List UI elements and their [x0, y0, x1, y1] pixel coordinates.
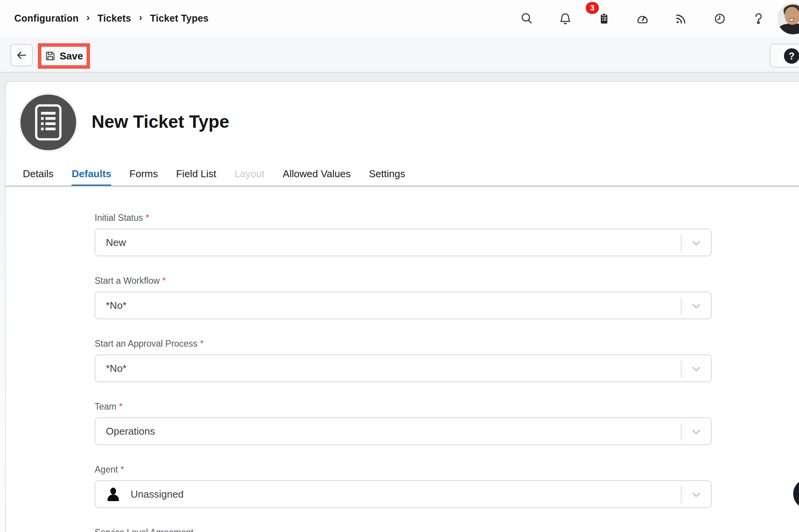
- field-start-approval-process: Start an Approval Process* *No*: [95, 338, 712, 382]
- breadcrumb-item-ticket-types[interactable]: Ticket Types: [150, 13, 209, 24]
- chevron-down-icon[interactable]: [690, 237, 702, 249]
- tab-layout: Layout: [235, 168, 265, 186]
- topbar-icon-row: [520, 0, 765, 37]
- gauge-icon[interactable]: [636, 12, 649, 25]
- breadcrumb-separator: ›: [139, 12, 142, 24]
- save-button[interactable]: Save: [41, 47, 87, 65]
- select-value: New: [106, 237, 126, 249]
- tab-defaults[interactable]: Defaults: [71, 168, 111, 186]
- tab-details[interactable]: Details: [23, 168, 53, 186]
- breadcrumb-separator: ›: [86, 12, 90, 24]
- top-bar: Configuration › Tickets › Ticket Types: [0, 0, 799, 37]
- team-select[interactable]: Operations: [95, 417, 712, 445]
- select-divider: [681, 424, 682, 441]
- select-value: Unassigned: [131, 488, 184, 500]
- required-marker: *: [162, 276, 166, 286]
- arrow-left-icon: [15, 49, 28, 61]
- required-marker: *: [121, 464, 124, 474]
- field-service-level-agreement: Service Level Agreement: [95, 527, 712, 532]
- tab-settings[interactable]: Settings: [369, 168, 405, 186]
- tab-divider: [6, 186, 799, 186]
- notification-count-badge: 3: [586, 2, 599, 14]
- tab-allowed-values[interactable]: Allowed Values: [283, 168, 351, 186]
- tab-forms[interactable]: Forms: [129, 168, 158, 186]
- user-avatar[interactable]: [777, 3, 799, 34]
- field-label: Initial Status*: [95, 212, 712, 224]
- field-label: Team*: [95, 401, 712, 412]
- ticket-type-card: New Ticket Type Details Defaults Forms F…: [5, 81, 799, 532]
- question-mark-icon: ?: [784, 48, 799, 64]
- breadcrumb-item-tickets[interactable]: Tickets: [97, 13, 131, 24]
- rss-feed-icon[interactable]: [675, 12, 688, 25]
- ticket-type-avatar: [19, 93, 78, 152]
- field-label: Service Level Agreement: [95, 527, 712, 532]
- chevron-down-icon[interactable]: [690, 300, 702, 312]
- field-label: Start a Workflow*: [95, 275, 712, 286]
- clock-icon[interactable]: [713, 12, 726, 25]
- start-approval-process-select[interactable]: *No*: [95, 354, 712, 382]
- bell-icon[interactable]: [559, 12, 572, 25]
- tasks-clipboard-icon[interactable]: [597, 12, 610, 25]
- select-value: *No*: [106, 363, 126, 374]
- required-marker: *: [146, 213, 149, 223]
- chevron-down-icon[interactable]: [690, 363, 702, 375]
- form-list-icon: [34, 104, 63, 141]
- chevron-down-icon[interactable]: [690, 426, 702, 438]
- action-toolbar: Save ?: [0, 37, 799, 73]
- page-title: New Ticket Type: [92, 110, 229, 134]
- back-button[interactable]: [10, 44, 33, 66]
- required-marker: *: [200, 339, 204, 349]
- start-workflow-select[interactable]: *No*: [95, 291, 712, 319]
- breadcrumb: Configuration › Tickets › Ticket Types: [14, 0, 209, 37]
- required-marker: *: [119, 402, 122, 412]
- person-silhouette-icon: [106, 487, 121, 502]
- avatar-shirt: [778, 24, 799, 34]
- field-label: Agent*: [95, 464, 712, 475]
- tab-field-list[interactable]: Field List: [176, 168, 216, 186]
- select-value: *No*: [106, 300, 126, 312]
- field-label: Start an Approval Process*: [95, 338, 712, 349]
- field-start-workflow: Start a Workflow* *No*: [95, 275, 712, 319]
- screen: Configuration › Tickets › Ticket Types: [0, 0, 799, 532]
- help-question-icon[interactable]: [752, 12, 765, 25]
- field-agent: Agent* Unassigned: [95, 464, 712, 508]
- field-initial-status: Initial Status* New: [95, 212, 712, 256]
- agent-select[interactable]: Unassigned: [95, 480, 712, 508]
- select-divider: [681, 235, 682, 252]
- breadcrumb-item-configuration[interactable]: Configuration: [14, 13, 78, 24]
- initial-status-select[interactable]: New: [95, 229, 712, 256]
- defaults-form: Initial Status* New Start a Workflow* *N…: [95, 212, 712, 532]
- save-button-label: Save: [60, 50, 83, 62]
- select-divider: [681, 486, 682, 503]
- floppy-disk-icon: [45, 51, 56, 61]
- select-divider: [681, 298, 682, 315]
- toolbar-help-button[interactable]: ?: [770, 44, 799, 68]
- field-team: Team* Operations: [95, 401, 712, 445]
- tab-bar: Details Defaults Forms Field List Layout…: [23, 168, 405, 186]
- save-highlight-annotation: Save: [38, 43, 90, 69]
- search-icon[interactable]: [520, 12, 533, 25]
- select-divider: [681, 361, 682, 378]
- select-value: Operations: [106, 425, 155, 437]
- chevron-down-icon[interactable]: [690, 489, 702, 501]
